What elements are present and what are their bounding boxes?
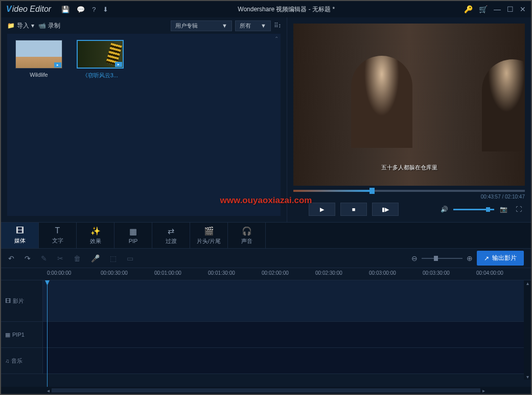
time-tick: 00:01:30:00	[208, 270, 235, 276]
track-content[interactable]	[43, 280, 531, 321]
fullscreen-icon[interactable]: ⛶	[513, 203, 525, 215]
transition-icon: ⇄	[168, 226, 174, 236]
video-subtitle: 五十多人都躲在仓库里	[381, 164, 437, 171]
scroll-up-icon[interactable]: ▴	[526, 280, 529, 286]
time-tick: 00:02:00:00	[262, 270, 289, 276]
media-icon: 🎞	[16, 226, 24, 235]
text-icon: T	[55, 226, 60, 235]
media-label: 《窃听风云3...	[75, 72, 126, 79]
cut-icon[interactable]: ✂	[57, 254, 63, 262]
sound-icon: 🎧	[242, 226, 252, 236]
preview-video[interactable]: 五十多人都躲在仓库里	[293, 24, 525, 186]
track-pip: ▦PIP1	[1, 322, 531, 348]
logo-v: V	[6, 5, 12, 14]
stop-button[interactable]: ■	[340, 203, 367, 216]
media-grid: ⌃ ▸ Wildlife ▸ 《窃听风云3...	[7, 34, 281, 216]
record-button[interactable]: 📹 录制	[38, 21, 60, 30]
volume-icon[interactable]: 🔊	[438, 203, 450, 215]
album-dropdown[interactable]: 用户专辑 ▼	[171, 20, 232, 31]
preview-panel: 五十多人都躲在仓库里 00:43:57 / 02:10:47 ▶ ■ ▮▶	[287, 17, 531, 222]
video-track-icon: 🎞	[5, 298, 11, 304]
tab-media[interactable]: 🎞媒体	[1, 223, 39, 248]
chevron-down-icon: ▼	[222, 23, 227, 29]
track-content[interactable]	[43, 322, 531, 347]
save-icon[interactable]: 💾	[61, 6, 70, 13]
play-button[interactable]: ▶	[309, 203, 335, 216]
import-button[interactable]: 📁 导入 ▾	[7, 21, 34, 30]
intro-icon: 🎬	[204, 226, 214, 236]
edit-icon[interactable]: ✎	[41, 254, 47, 262]
media-item-movie[interactable]: ▸ 《窃听风云3...	[75, 40, 126, 79]
media-panel: 📁 导入 ▾ 📹 录制 用户专辑 ▼ 所有 ▼	[1, 17, 287, 222]
aspect-icon[interactable]: ▭	[127, 254, 133, 262]
tab-sound[interactable]: 🎧声音	[228, 223, 266, 248]
pip-track-icon: ▦	[5, 332, 10, 338]
scroll-right-icon[interactable]: ▸	[482, 388, 485, 393]
time-tick: 00:00:30:00	[101, 270, 128, 276]
scroll-up-icon[interactable]: ⌃	[274, 36, 279, 41]
track-video: 🎞影片	[1, 280, 531, 322]
playhead[interactable]	[47, 280, 48, 387]
chevron-down-icon: ▾	[31, 22, 34, 29]
tab-effects[interactable]: ✨效果	[77, 223, 114, 248]
maximize-icon[interactable]: ☐	[507, 5, 514, 13]
media-label: Wildlife	[13, 72, 64, 78]
track-content[interactable]	[43, 348, 531, 374]
titlebar: V ideo Editor 💾 💬 ? ⬇ Wondershare 视频编辑器 …	[1, 1, 531, 17]
key-icon[interactable]: 🔑	[464, 5, 473, 13]
redo-icon[interactable]: ↷	[25, 254, 31, 262]
video-badge-icon: ▸	[54, 62, 61, 68]
track-music: ♫音乐	[1, 348, 531, 374]
pip-icon: ▦	[129, 227, 137, 236]
horizontal-scrollbar[interactable]: ◂ ▸	[1, 387, 531, 394]
logo-text: ideo Editor	[12, 5, 52, 14]
progress-handle[interactable]	[369, 188, 375, 194]
time-tick: 00:04:00:00	[476, 270, 503, 276]
filter-dropdown[interactable]: 所有 ▼	[235, 20, 271, 31]
export-icon: ↗	[484, 255, 489, 262]
time-tick: 00:03:00:00	[369, 270, 396, 276]
zoom-slider[interactable]	[422, 258, 462, 259]
chevron-down-icon: ▼	[261, 23, 266, 29]
timeline: 0:00:00:00 00:00:30:00 00:01:00:00 00:01…	[1, 268, 531, 394]
scroll-down-icon[interactable]: ▾	[526, 374, 529, 380]
time-tick: 0:00:00:00	[47, 270, 71, 276]
chat-icon[interactable]: 💬	[77, 6, 85, 13]
tab-transition[interactable]: ⇄过渡	[152, 223, 190, 248]
tab-text[interactable]: T文字	[39, 223, 77, 248]
snapshot-icon[interactable]: 📷	[497, 203, 510, 215]
time-tick: 00:03:30:00	[423, 270, 450, 276]
tab-bar: 🎞媒体 T文字 ✨效果 ▦PIP ⇄过渡 🎬片头/片尾 🎧声音	[1, 222, 531, 249]
zoom-in-icon[interactable]: ⊕	[467, 254, 473, 262]
media-item-wildlife[interactable]: ▸ Wildlife	[13, 40, 64, 78]
tab-pip[interactable]: ▦PIP	[114, 223, 152, 248]
close-icon[interactable]: ✕	[520, 5, 526, 13]
export-button[interactable]: ↗ 输出影片	[477, 251, 524, 266]
cart-icon[interactable]: 🛒	[479, 5, 488, 13]
time-display: 00:43:57 / 02:10:47	[293, 194, 525, 200]
effects-icon: ✨	[90, 226, 101, 236]
timeline-toolbar: ↶ ↷ ✎ ✂ 🗑 🎤 ⬚ ▭ ⊖ ⊕ ↗ 输出影片	[1, 249, 531, 268]
time-ruler[interactable]: 0:00:00:00 00:00:30:00 00:01:00:00 00:01…	[1, 268, 531, 280]
camera-icon: 📹	[38, 22, 46, 29]
next-frame-button[interactable]: ▮▶	[372, 203, 399, 216]
window-title: Wondershare 视频编辑器 - 无标题 *	[108, 5, 464, 14]
grid-view-icon[interactable]: ⠿↕	[274, 22, 281, 29]
video-progress[interactable]	[293, 190, 525, 192]
help-icon[interactable]: ?	[92, 6, 96, 13]
scroll-left-icon[interactable]: ◂	[47, 388, 50, 393]
folder-icon: 📁	[7, 22, 15, 29]
vertical-scrollbar[interactable]: ▴ ▾	[524, 280, 531, 380]
delete-icon[interactable]: 🗑	[74, 254, 81, 262]
music-track-icon: ♫	[5, 358, 9, 364]
time-tick: 00:02:30:00	[315, 270, 342, 276]
crop-icon[interactable]: ⬚	[110, 254, 117, 262]
zoom-out-icon[interactable]: ⊖	[411, 254, 418, 262]
voice-icon[interactable]: 🎤	[91, 254, 100, 262]
minimize-icon[interactable]: —	[494, 5, 501, 13]
download-icon[interactable]: ⬇	[103, 6, 108, 13]
undo-icon[interactable]: ↶	[8, 254, 14, 262]
video-badge-icon: ▸	[115, 62, 122, 67]
tab-intro[interactable]: 🎬片头/片尾	[190, 223, 228, 248]
volume-slider[interactable]	[453, 209, 494, 210]
